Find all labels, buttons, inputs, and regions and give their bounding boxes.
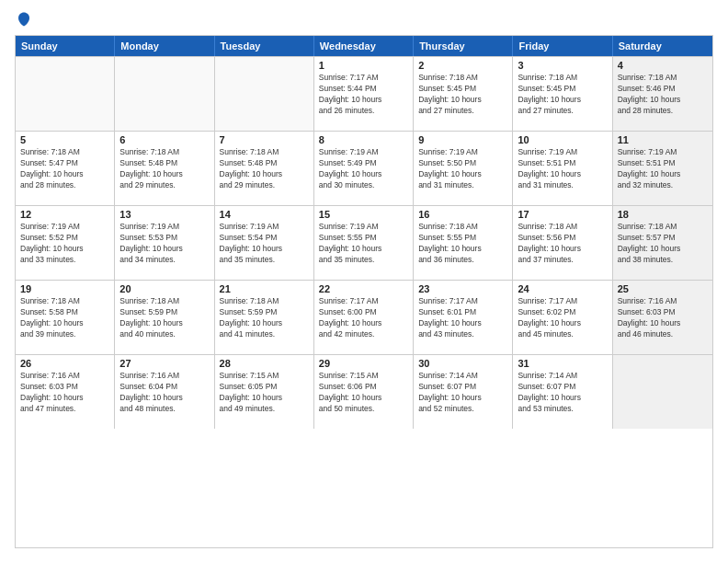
cell-line: Sunrise: 7:17 AM [418,296,507,307]
cal-cell-day-12: 12Sunrise: 7:19 AMSunset: 5:52 PMDayligh… [16,206,115,280]
cal-cell-day-4: 4Sunrise: 7:18 AMSunset: 5:46 PMDaylight… [613,57,712,131]
cell-line: Sunset: 5:51 PM [618,158,708,169]
cal-cell-day-9: 9Sunrise: 7:19 AMSunset: 5:50 PMDaylight… [414,132,513,205]
cell-line: and 28 minutes. [618,106,708,117]
cell-line: and 28 minutes. [20,180,109,191]
cell-line: Sunset: 5:58 PM [20,307,109,318]
cell-line: Sunset: 5:50 PM [418,158,507,169]
cal-cell-day-21: 21Sunrise: 7:18 AMSunset: 5:59 PMDayligh… [215,281,314,354]
cell-line: Sunset: 5:47 PM [20,158,109,169]
cell-line: Sunset: 5:54 PM [220,233,309,244]
cell-line: Sunrise: 7:14 AM [418,371,507,382]
cal-row-4: 26Sunrise: 7:16 AMSunset: 6:03 PMDayligh… [16,354,712,429]
day-number: 1 [319,60,408,71]
day-number: 25 [618,283,708,294]
cell-line: Sunset: 5:45 PM [418,84,507,95]
cell-line: Daylight: 10 hours [319,318,408,329]
day-number: 3 [518,60,607,71]
cell-line: Sunrise: 7:17 AM [518,296,607,307]
cal-cell-day-1: 1Sunrise: 7:17 AMSunset: 5:44 PMDaylight… [314,57,414,131]
cell-line: Sunset: 5:59 PM [119,307,209,318]
cell-line: and 53 minutes. [518,404,607,415]
cell-line: Sunrise: 7:19 AM [319,147,408,158]
cell-line: and 30 minutes. [319,180,408,191]
day-number: 29 [319,358,408,369]
cell-line: and 45 minutes. [518,329,607,340]
cal-cell-day-26: 26Sunrise: 7:16 AMSunset: 6:03 PMDayligh… [16,355,115,429]
cal-cell-day-17: 17Sunrise: 7:18 AMSunset: 5:56 PMDayligh… [513,206,612,280]
cell-line: Sunrise: 7:18 AM [618,222,708,233]
cell-line: Sunrise: 7:19 AM [220,222,309,233]
logo [15,15,32,26]
cal-cell-day-8: 8Sunrise: 7:19 AMSunset: 5:49 PMDaylight… [314,132,414,205]
cell-line: Sunrise: 7:17 AM [319,296,408,307]
cell-line: and 27 minutes. [518,106,607,117]
cell-line: Sunset: 5:44 PM [319,84,408,95]
cell-line: Daylight: 10 hours [119,318,209,329]
cell-line: Daylight: 10 hours [119,244,209,255]
cal-cell-day-13: 13Sunrise: 7:19 AMSunset: 5:53 PMDayligh… [115,206,214,280]
cal-cell-empty-4-6 [613,355,712,429]
cal-header-wednesday: Wednesday [314,36,414,56]
cell-line: Daylight: 10 hours [319,169,408,180]
cell-line: Daylight: 10 hours [119,169,209,180]
cell-line: Daylight: 10 hours [20,169,109,180]
cell-line: Sunset: 5:59 PM [220,307,309,318]
day-number: 19 [20,283,109,294]
cell-line: Sunset: 6:03 PM [618,307,708,318]
cell-line: Sunset: 6:05 PM [220,382,309,393]
cal-cell-day-22: 22Sunrise: 7:17 AMSunset: 6:00 PMDayligh… [314,281,414,354]
day-number: 27 [119,358,209,369]
day-number: 5 [20,134,109,145]
cell-line: Daylight: 10 hours [319,244,408,255]
cell-line: Sunrise: 7:16 AM [618,296,708,307]
cell-line: Daylight: 10 hours [418,393,507,404]
cal-cell-day-18: 18Sunrise: 7:18 AMSunset: 5:57 PMDayligh… [613,206,712,280]
cell-line: and 48 minutes. [119,404,209,415]
cell-line: Sunset: 6:03 PM [20,382,109,393]
day-number: 8 [319,134,408,145]
cell-line: Sunrise: 7:15 AM [319,371,408,382]
cell-line: and 35 minutes. [319,255,408,266]
cell-line: Daylight: 10 hours [418,318,507,329]
cell-line: Sunset: 5:55 PM [418,233,507,244]
day-number: 22 [319,283,408,294]
day-number: 4 [618,60,708,71]
cal-cell-day-15: 15Sunrise: 7:19 AMSunset: 5:55 PMDayligh… [314,206,414,280]
cell-line: and 50 minutes. [319,404,408,415]
cell-line: Daylight: 10 hours [518,169,607,180]
day-number: 26 [20,358,109,369]
cell-line: Sunset: 5:48 PM [220,158,309,169]
cal-row-1: 5Sunrise: 7:18 AMSunset: 5:47 PMDaylight… [16,131,712,205]
page: SundayMondayTuesdayWednesdayThursdayFrid… [0,0,728,563]
cell-line: Sunset: 5:57 PM [618,233,708,244]
cell-line: Sunrise: 7:18 AM [119,296,209,307]
cell-line: Sunrise: 7:18 AM [220,296,309,307]
day-number: 6 [119,134,209,145]
cell-line: and 49 minutes. [220,404,309,415]
cell-line: and 38 minutes. [618,255,708,266]
cell-line: Sunrise: 7:19 AM [119,222,209,233]
cell-line: and 46 minutes. [618,329,708,340]
cell-line: Daylight: 10 hours [20,244,109,255]
day-number: 30 [418,358,507,369]
day-number: 7 [220,134,309,145]
cell-line: Sunrise: 7:18 AM [618,73,708,84]
cell-line: and 33 minutes. [20,255,109,266]
cal-cell-day-31: 31Sunrise: 7:14 AMSunset: 6:07 PMDayligh… [513,355,612,429]
cal-header-sunday: Sunday [16,36,115,56]
cell-line: and 42 minutes. [319,329,408,340]
cell-line: and 34 minutes. [119,255,209,266]
cal-cell-day-30: 30Sunrise: 7:14 AMSunset: 6:07 PMDayligh… [414,355,513,429]
cell-line: Sunset: 5:45 PM [518,84,607,95]
cal-cell-day-28: 28Sunrise: 7:15 AMSunset: 6:05 PMDayligh… [215,355,314,429]
cell-line: Sunset: 6:01 PM [418,307,507,318]
cell-line: Daylight: 10 hours [618,318,708,329]
cell-line: Sunrise: 7:18 AM [220,147,309,158]
cal-cell-empty-0-0 [16,57,115,131]
cell-line: Daylight: 10 hours [618,169,708,180]
cal-cell-day-11: 11Sunrise: 7:19 AMSunset: 5:51 PMDayligh… [613,132,712,205]
cell-line: and 36 minutes. [418,255,507,266]
cell-line: Sunrise: 7:19 AM [518,147,607,158]
cal-cell-day-20: 20Sunrise: 7:18 AMSunset: 5:59 PMDayligh… [115,281,214,354]
